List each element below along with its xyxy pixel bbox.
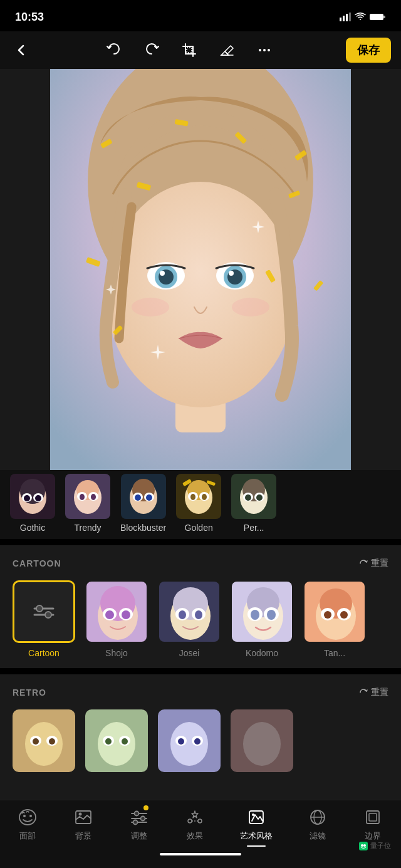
svg-point-109 <box>49 738 55 745</box>
retro-section: RETRO 重置 <box>0 674 401 782</box>
svg-point-146 <box>363 844 366 847</box>
toolbar-right: 保存 <box>346 38 391 63</box>
style-thumb-gothic <box>10 474 55 519</box>
svg-point-47 <box>80 494 85 500</box>
tab-effects[interactable]: 效果 <box>179 807 211 842</box>
svg-point-8 <box>259 49 261 51</box>
redo-button[interactable] <box>140 39 163 61</box>
filter-label-kodomo: Kodomo <box>246 648 278 658</box>
tab-face[interactable]: 面部 <box>12 807 43 842</box>
svg-point-134 <box>133 820 138 825</box>
style-label-trendy: Trendy <box>74 523 101 533</box>
tab-face-label: 面部 <box>19 830 36 842</box>
status-bar: 10:53 <box>0 0 401 31</box>
retro-section-header: RETRO 重置 <box>13 687 388 698</box>
erase-button[interactable] <box>216 39 238 61</box>
style-label-gothic: Gothic <box>20 523 45 533</box>
svg-point-128 <box>79 813 82 816</box>
svg-point-102 <box>324 611 331 619</box>
filter-label-josei: Josei <box>179 648 200 658</box>
style-label-per: Per... <box>244 523 264 533</box>
tab-adjust[interactable]: 调整 <box>123 807 155 842</box>
style-item-gothic[interactable]: Gothic <box>10 474 55 533</box>
signal-icon <box>340 13 351 21</box>
filter-label-tan: Tan... <box>324 648 345 658</box>
style-thumb-per <box>231 474 276 519</box>
style-item-per[interactable]: Per... <box>231 474 276 533</box>
filter-thumb-josei <box>158 580 221 643</box>
cartoon-reset-button[interactable]: 重置 <box>358 558 388 569</box>
style-thumb-blockbuster <box>121 474 166 519</box>
svg-point-89 <box>195 610 202 619</box>
retro-reset-button[interactable]: 重置 <box>358 687 388 698</box>
tab-background[interactable]: 背景 <box>68 807 99 842</box>
tab-art-style[interactable]: 艺术风格 <box>235 807 278 847</box>
filter-item-tan[interactable]: Tan... <box>303 580 366 658</box>
svg-point-145 <box>361 844 363 847</box>
tab-adjust-label: 调整 <box>131 830 147 842</box>
home-indicator <box>160 853 241 855</box>
cartoon-section-header: CARTOON 重置 <box>13 558 388 569</box>
svg-point-125 <box>23 815 26 817</box>
status-time: 10:53 <box>15 11 44 24</box>
filter-thumb-cartoon <box>13 580 75 643</box>
svg-rect-4 <box>370 14 383 20</box>
svg-point-82 <box>122 610 130 619</box>
svg-point-96 <box>267 610 276 620</box>
canvas-image <box>50 69 351 470</box>
svg-point-105 <box>25 722 63 766</box>
filter-label-cartoon: Cartoon <box>28 648 60 658</box>
svg-point-81 <box>105 610 114 619</box>
svg-point-138 <box>252 813 254 816</box>
svg-point-108 <box>33 738 39 745</box>
crop-button[interactable] <box>178 39 200 61</box>
svg-point-61 <box>190 494 195 500</box>
cartoon-section-title: CARTOON <box>13 558 61 568</box>
style-label-golden: Golden <box>185 523 213 533</box>
filter-item-cartoon[interactable]: Cartoon <box>13 580 75 658</box>
tab-filter-label: 滤镜 <box>310 830 326 842</box>
svg-rect-5 <box>383 16 385 18</box>
bottom-toolbar: 面部 背景 <box>0 800 401 868</box>
svg-point-88 <box>179 610 186 619</box>
svg-point-62 <box>202 494 207 500</box>
cartoon-filter-row: Cartoon Shojo <box>13 580 388 658</box>
svg-point-55 <box>146 494 152 501</box>
filter-item-josei[interactable]: Josei <box>158 580 221 658</box>
tab-effects-label: 效果 <box>187 830 203 842</box>
style-strip: Gothic Trendy <box>0 470 401 539</box>
svg-rect-142 <box>367 811 379 824</box>
tab-border[interactable]: 边界 <box>357 807 388 842</box>
filter-item-shojo[interactable]: Shojo <box>85 580 148 658</box>
svg-rect-6 <box>187 48 192 53</box>
style-item-blockbuster[interactable]: Blockbuster <box>120 474 166 533</box>
svg-point-103 <box>340 611 348 619</box>
svg-point-48 <box>91 494 96 500</box>
status-icons <box>340 13 386 21</box>
tab-filter[interactable]: 滤镜 <box>302 807 333 842</box>
style-item-trendy[interactable]: Trendy <box>65 474 110 533</box>
style-item-golden[interactable]: Golden <box>176 474 221 533</box>
svg-point-133 <box>141 817 145 821</box>
art-style-icon <box>246 807 267 828</box>
back-button[interactable] <box>10 39 33 61</box>
svg-point-135 <box>188 819 192 823</box>
svg-point-71 <box>256 494 263 501</box>
more-button[interactable] <box>253 39 276 61</box>
style-label-blockbuster: Blockbuster <box>120 523 166 533</box>
svg-point-111 <box>98 722 135 766</box>
undo-button[interactable] <box>103 39 125 61</box>
save-button[interactable]: 保存 <box>346 38 391 63</box>
filter-item-kodomo[interactable]: Kodomo <box>231 580 293 658</box>
svg-point-22 <box>229 271 234 276</box>
svg-rect-0 <box>340 18 341 21</box>
battery-icon <box>370 13 386 21</box>
canvas-area <box>0 69 401 470</box>
svg-point-124 <box>19 810 36 825</box>
svg-point-24 <box>232 298 269 316</box>
svg-point-70 <box>245 494 251 501</box>
watermark: 量子位 <box>359 841 391 850</box>
svg-rect-2 <box>346 14 348 21</box>
style-thumb-golden <box>176 474 221 519</box>
retro-section-title: RETRO <box>13 688 46 698</box>
